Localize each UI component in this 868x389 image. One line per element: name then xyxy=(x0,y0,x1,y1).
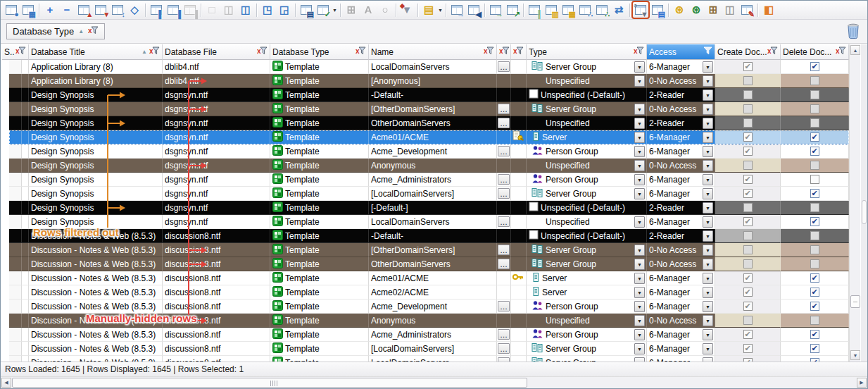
delete-doc-checkbox[interactable] xyxy=(810,161,819,170)
keyboard-shortcuts-icon[interactable]: ▤ xyxy=(650,2,665,18)
table-row[interactable]: Discussion - Notes & Web (8.5.3)discussi… xyxy=(1,229,849,243)
export-doc-settings-icon[interactable]: ◲ xyxy=(277,2,292,18)
access-dropdown-button[interactable]: ▼ xyxy=(703,315,713,326)
delete-doc-checkbox[interactable]: ✔ xyxy=(810,288,819,297)
column-tools-icon[interactable]: ▥ xyxy=(543,2,559,18)
type-dropdown-button[interactable]: ▼ xyxy=(634,315,645,326)
copy-settings-icon[interactable]: ◫ xyxy=(722,2,738,18)
type-dropdown-button[interactable]: ▼ xyxy=(634,329,645,340)
column-header-file[interactable]: Database Filex xyxy=(163,44,270,60)
horizontal-scrollbar[interactable]: ◀ ▶ xyxy=(1,376,867,389)
horizontal-scrollbar-thumb[interactable] xyxy=(12,378,527,388)
access-dropdown-button[interactable]: ▼ xyxy=(703,61,713,73)
access-dropdown-button[interactable]: ▼ xyxy=(703,273,713,284)
clear-filter-icon[interactable]: x xyxy=(149,47,160,57)
table-link-icon[interactable]: ▤ xyxy=(298,2,314,18)
delete-doc-checkbox[interactable] xyxy=(810,203,819,212)
type-dropdown-button[interactable]: ▼ xyxy=(634,104,645,115)
clear-filter-icon[interactable]: x xyxy=(513,47,524,57)
create-doc-checkbox[interactable] xyxy=(743,245,753,254)
delete-doc-checkbox[interactable]: ✔ xyxy=(810,330,819,339)
create-doc-checkbox[interactable] xyxy=(743,259,753,268)
type-dropdown-button[interactable]: ▼ xyxy=(634,174,645,185)
name-picker-button[interactable]: … xyxy=(498,61,510,72)
table-checkboxes-dropdown[interactable]: ▼ xyxy=(332,2,338,18)
type-dropdown-button[interactable]: ▼ xyxy=(634,343,645,354)
type-dropdown-button[interactable]: ▼ xyxy=(634,118,645,129)
table-row[interactable]: Discussion - Notes & Web (8.5.3)discussi… xyxy=(1,342,849,356)
table-row[interactable]: Discussion - Notes & Web (8.5.3)discussi… xyxy=(1,328,849,342)
name-picker-button[interactable]: … xyxy=(498,343,510,354)
access-dropdown-button[interactable]: ▼ xyxy=(703,301,713,312)
table-row[interactable]: Application Library (8)dblib4.ntfTemplat… xyxy=(1,74,849,88)
clear-filter-icon[interactable]: ▼◆ xyxy=(399,2,415,18)
name-picker-button[interactable]: … xyxy=(498,259,510,269)
delete-doc-checkbox[interactable] xyxy=(810,76,819,85)
create-doc-checkbox[interactable]: ✔ xyxy=(743,344,753,353)
row-auto-height-icon[interactable]: → xyxy=(449,2,465,18)
table-row[interactable]: Discussion - Notes & Web (8.5.3)discussi… xyxy=(1,257,849,271)
delete-doc-checkbox[interactable] xyxy=(810,90,819,99)
type-dropdown-button[interactable]: ▼ xyxy=(634,287,645,298)
column-header-ell[interactable]: x xyxy=(497,44,511,60)
copy-multi-icon[interactable]: ◫ xyxy=(238,2,253,18)
type-dropdown-button[interactable]: ▼ xyxy=(634,216,645,228)
column-header-name[interactable]: Namex xyxy=(369,44,497,60)
column-header-create[interactable]: Create Doc...x xyxy=(715,44,781,60)
table-row[interactable]: Discussion - Notes & Web (8.5.3)discussi… xyxy=(1,300,849,314)
select-points-icon[interactable]: ◇ xyxy=(127,2,142,18)
table-checkboxes-icon[interactable]: ✓ xyxy=(315,2,331,18)
table-row[interactable]: Design Synopsisdsgnsyn.ntfTemplateLocalD… xyxy=(1,215,849,229)
form-scrollbar[interactable] xyxy=(861,44,867,362)
delete-doc-checkbox[interactable] xyxy=(810,104,819,113)
column-header-del[interactable]: Delete Doc...x xyxy=(781,44,849,60)
access-dropdown-button[interactable]: ▼ xyxy=(703,118,713,129)
trash-icon[interactable] xyxy=(845,23,861,40)
name-picker-button[interactable]: … xyxy=(498,245,510,255)
type-dropdown-button[interactable]: ▼ xyxy=(634,61,645,73)
copy-page-icon[interactable]: ◫ xyxy=(221,2,237,18)
clear-filter-icon[interactable]: x xyxy=(15,47,26,57)
access-dropdown-button[interactable]: ▼ xyxy=(703,89,713,101)
create-doc-checkbox[interactable] xyxy=(743,104,753,113)
clear-filter-icon[interactable]: x xyxy=(257,47,268,57)
create-doc-checkbox[interactable] xyxy=(743,231,753,240)
name-picker-button[interactable]: … xyxy=(498,174,510,185)
delete-doc-checkbox[interactable] xyxy=(810,245,819,254)
scroll-down-button[interactable]: ▼ xyxy=(850,350,860,360)
delete-doc-checkbox[interactable]: ✔ xyxy=(810,62,819,71)
delete-doc-checkbox[interactable]: ✔ xyxy=(810,217,819,226)
clear-filter-icon[interactable]: x xyxy=(356,47,366,57)
notes-icon[interactable]: ▤ xyxy=(421,2,436,18)
table-row[interactable]: Design Synopsisdsgnsyn.ntfTemplateAcme_A… xyxy=(1,173,849,187)
export-doc-icon[interactable]: ◳ xyxy=(260,2,275,18)
column-header-access[interactable]: Access xyxy=(647,44,715,60)
type-dropdown-button[interactable]: ▼ xyxy=(634,132,645,143)
table-row[interactable]: Design Synopsisdsgnsyn.ntfTemplateAcme01… xyxy=(1,130,849,144)
layout-panels-icon[interactable]: ◧ xyxy=(761,2,776,18)
delete-doc-checkbox[interactable]: ✔ xyxy=(810,189,819,198)
move-last-icon[interactable]: ▾ xyxy=(93,2,108,18)
access-dropdown-button[interactable]: ▼ xyxy=(703,329,713,340)
grid-settings-icon[interactable]: ● xyxy=(4,2,19,18)
table-row[interactable]: Discussion - Notes & Web (8.5.3)discussi… xyxy=(1,314,849,328)
annotate-table-icon[interactable]: ✎ xyxy=(739,2,755,18)
table-row[interactable]: Discussion - Notes & Web (8.5.3)discussi… xyxy=(1,271,849,285)
access-dropdown-button[interactable]: ▼ xyxy=(703,216,713,228)
table-row[interactable]: Design Synopsisdsgnsyn.ntfTemplateOtherD… xyxy=(1,116,849,130)
create-doc-checkbox[interactable]: ✔ xyxy=(743,217,753,226)
clear-filter-icon[interactable]: x xyxy=(88,26,99,37)
type-dropdown-button[interactable]: ▼ xyxy=(634,188,645,199)
freeze-center-icon[interactable]: ▐ xyxy=(165,2,181,18)
table-row[interactable]: Discussion - Notes & Web (8.5.3)discussi… xyxy=(1,285,849,300)
clear-filter-icon[interactable]: x xyxy=(836,47,846,57)
create-doc-checkbox[interactable]: ✔ xyxy=(743,330,753,339)
access-dropdown-button[interactable]: ▼ xyxy=(703,75,713,87)
name-picker-button[interactable]: … xyxy=(498,216,510,227)
zoom-text-icon[interactable]: A xyxy=(360,2,376,18)
create-doc-checkbox[interactable]: ✔ xyxy=(743,62,753,71)
name-picker-button[interactable]: … xyxy=(498,188,510,199)
delete-doc-checkbox[interactable]: ✔ xyxy=(810,147,819,156)
filter-icon[interactable] xyxy=(703,47,712,57)
scroll-up-button[interactable]: ▲ xyxy=(850,45,860,55)
